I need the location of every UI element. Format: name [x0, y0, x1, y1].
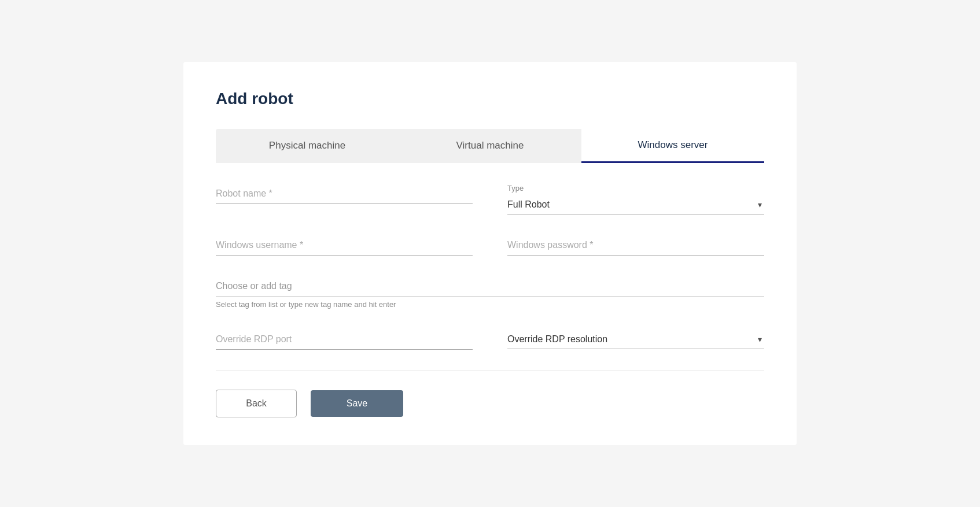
page-title: Add robot	[216, 90, 764, 108]
robot-name-group	[216, 184, 473, 214]
actions-row: Back Save	[216, 390, 764, 417]
robot-name-input[interactable]	[216, 184, 473, 204]
windows-password-group	[507, 235, 764, 256]
tag-section: Select tag from list or type new tag nam…	[216, 276, 764, 309]
divider	[216, 371, 764, 371]
override-rdp-resolution-select-wrapper: Override RDP resolution 1024x768 1280x10…	[507, 330, 764, 349]
save-button[interactable]: Save	[311, 390, 403, 417]
type-select-wrapper: Full Robot Development NonProduction Una…	[507, 195, 764, 214]
form-row-1: Type Full Robot Development NonProductio…	[216, 184, 764, 214]
tab-virtual-machine[interactable]: Virtual machine	[399, 129, 581, 163]
tabs-container: Physical machine Virtual machine Windows…	[216, 129, 764, 163]
tab-physical-machine[interactable]: Physical machine	[216, 129, 399, 163]
page-container: Add robot Physical machine Virtual machi…	[183, 62, 797, 445]
tab-windows-server[interactable]: Windows server	[581, 129, 764, 163]
type-label: Type	[507, 184, 764, 193]
form-row-2	[216, 235, 764, 256]
override-rdp-port-input[interactable]	[216, 330, 473, 350]
override-rdp-resolution-group: Override RDP resolution 1024x768 1280x10…	[507, 330, 764, 350]
windows-password-input[interactable]	[507, 235, 764, 256]
type-group: Type Full Robot Development NonProductio…	[507, 184, 764, 214]
windows-username-group	[216, 235, 473, 256]
tag-hint: Select tag from list or type new tag nam…	[216, 300, 764, 309]
tag-input[interactable]	[216, 276, 764, 297]
type-select[interactable]: Full Robot Development NonProduction Una…	[507, 195, 764, 214]
windows-username-input[interactable]	[216, 235, 473, 256]
form-row-3: Override RDP resolution 1024x768 1280x10…	[216, 330, 764, 350]
override-rdp-port-group	[216, 330, 473, 350]
back-button[interactable]: Back	[216, 390, 297, 417]
override-rdp-resolution-select[interactable]: Override RDP resolution 1024x768 1280x10…	[507, 330, 764, 349]
